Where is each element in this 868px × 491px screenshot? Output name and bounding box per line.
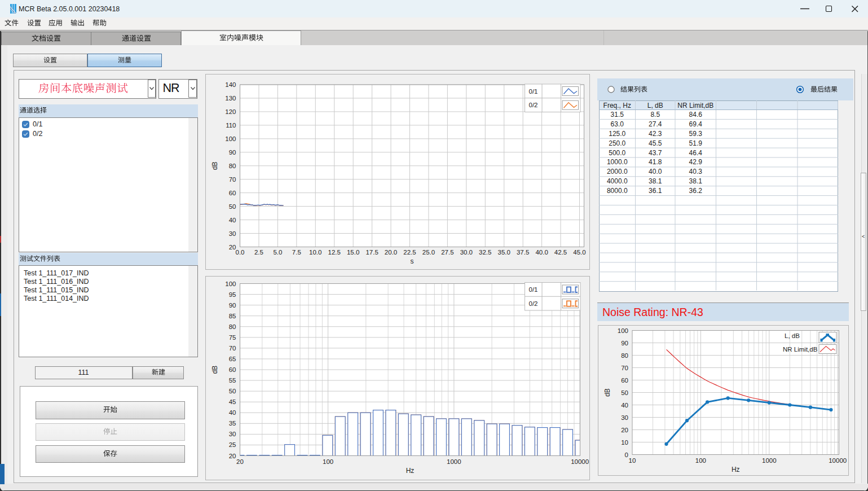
svg-text:7.5: 7.5 — [292, 249, 301, 256]
svg-text:140: 140 — [225, 81, 236, 88]
svg-text:0/1: 0/1 — [528, 286, 537, 293]
svg-text:22.5: 22.5 — [403, 249, 416, 256]
svg-text:0/2: 0/2 — [528, 102, 537, 108]
svg-text:12.5: 12.5 — [328, 249, 340, 256]
svg-text:125.0: 125.0 — [609, 130, 625, 138]
svg-text:70: 70 — [228, 344, 236, 351]
svg-text:250.0: 250.0 — [609, 139, 625, 147]
svg-text:dB: dB — [603, 388, 611, 397]
svg-text:36.2: 36.2 — [689, 187, 702, 195]
svg-text:90: 90 — [228, 301, 236, 308]
svg-text:L, dB: L, dB — [785, 332, 800, 339]
svg-text:10.0: 10.0 — [309, 249, 321, 256]
svg-text:30: 30 — [228, 230, 236, 237]
svg-text:50: 50 — [228, 203, 236, 210]
svg-text:100: 100 — [618, 327, 628, 334]
svg-text:2000.0: 2000.0 — [606, 168, 627, 176]
svg-text:95: 95 — [228, 291, 236, 297]
svg-text:8000.0: 8000.0 — [606, 187, 627, 195]
svg-text:32.5: 32.5 — [479, 249, 491, 256]
svg-text:43.7: 43.7 — [649, 149, 662, 157]
svg-text:20: 20 — [236, 458, 244, 465]
svg-text:45.0: 45.0 — [573, 249, 585, 256]
svg-text:70: 70 — [228, 176, 236, 183]
svg-text:60: 60 — [228, 190, 236, 196]
svg-text:40: 40 — [621, 401, 628, 408]
svg-text:10000: 10000 — [571, 458, 589, 465]
svg-text:5.0: 5.0 — [273, 249, 282, 256]
svg-text:84.6: 84.6 — [689, 111, 702, 119]
svg-text:35.0: 35.0 — [497, 249, 510, 256]
svg-text:30: 30 — [228, 431, 236, 437]
svg-text:1000.0: 1000.0 — [606, 158, 627, 166]
svg-text:45: 45 — [228, 398, 236, 405]
svg-text:100: 100 — [322, 458, 333, 465]
svg-text:46.4: 46.4 — [689, 149, 702, 157]
svg-text:90: 90 — [621, 339, 628, 346]
svg-text:0: 0 — [625, 451, 628, 458]
svg-text:38.1: 38.1 — [649, 177, 662, 185]
svg-text:Hz: Hz — [406, 467, 414, 475]
svg-text:40.0: 40.0 — [649, 168, 662, 176]
svg-text:100: 100 — [225, 135, 236, 142]
svg-text:40: 40 — [228, 217, 236, 223]
svg-text:42.9: 42.9 — [689, 158, 702, 166]
svg-text:4000.0: 4000.0 — [606, 177, 627, 185]
svg-text:85: 85 — [228, 312, 236, 319]
svg-text:35: 35 — [228, 420, 236, 427]
svg-text:63.0: 63.0 — [610, 120, 624, 128]
svg-text:2.5: 2.5 — [254, 249, 263, 256]
svg-text:110: 110 — [226, 122, 236, 129]
svg-text:NR Limit,dB: NR Limit,dB — [677, 102, 713, 109]
svg-text:100: 100 — [225, 280, 236, 287]
svg-text:dB: dB — [211, 365, 219, 374]
svg-text:40: 40 — [228, 409, 236, 416]
svg-text:20.0: 20.0 — [384, 249, 396, 256]
svg-text:80: 80 — [228, 163, 236, 169]
svg-text:120: 120 — [225, 108, 236, 115]
svg-text:27.5: 27.5 — [441, 249, 453, 256]
svg-text:dB: dB — [211, 161, 219, 170]
svg-text:45.5: 45.5 — [649, 139, 662, 147]
svg-text:51.9: 51.9 — [689, 139, 702, 147]
svg-text:55: 55 — [228, 377, 236, 384]
svg-text:8.5: 8.5 — [650, 111, 660, 119]
svg-text:20: 20 — [228, 452, 236, 459]
svg-text:40.0: 40.0 — [535, 249, 548, 256]
svg-text:Freq., Hz: Freq., Hz — [603, 102, 631, 109]
svg-text:41.8: 41.8 — [649, 158, 662, 166]
svg-text:42.3: 42.3 — [649, 130, 662, 138]
svg-text:60: 60 — [228, 366, 236, 373]
svg-text:100: 100 — [695, 457, 706, 464]
svg-text:36.1: 36.1 — [649, 187, 662, 195]
svg-text:10: 10 — [621, 439, 628, 445]
svg-text:80: 80 — [228, 323, 236, 330]
svg-text:42.5: 42.5 — [554, 249, 566, 256]
svg-text:17.5: 17.5 — [365, 249, 378, 256]
svg-text:s: s — [410, 257, 413, 265]
svg-text:80: 80 — [621, 352, 628, 358]
svg-text:90: 90 — [228, 149, 236, 156]
svg-text:38.1: 38.1 — [689, 177, 702, 185]
svg-text:60: 60 — [621, 376, 628, 383]
svg-text:25: 25 — [228, 441, 236, 448]
svg-text:10000: 10000 — [829, 457, 847, 464]
svg-text:0.0: 0.0 — [235, 249, 244, 256]
svg-text:40.3: 40.3 — [689, 168, 702, 176]
svg-text:69.4: 69.4 — [689, 120, 702, 128]
svg-text:27.4: 27.4 — [649, 120, 662, 128]
svg-text:20: 20 — [621, 426, 628, 433]
svg-text:1000: 1000 — [762, 457, 777, 464]
svg-text:70: 70 — [621, 364, 628, 371]
svg-text:10: 10 — [629, 457, 636, 464]
svg-text:L, dB: L, dB — [647, 102, 663, 109]
svg-text:15.0: 15.0 — [346, 249, 359, 256]
svg-text:130: 130 — [225, 95, 236, 102]
svg-text:59.3: 59.3 — [689, 130, 702, 138]
svg-text:75: 75 — [228, 334, 236, 340]
svg-text:65: 65 — [228, 355, 236, 362]
svg-text:0/2: 0/2 — [528, 300, 537, 306]
svg-text:31.5: 31.5 — [610, 111, 624, 119]
svg-text:500.0: 500.0 — [609, 149, 625, 157]
svg-text:30.0: 30.0 — [460, 249, 472, 256]
